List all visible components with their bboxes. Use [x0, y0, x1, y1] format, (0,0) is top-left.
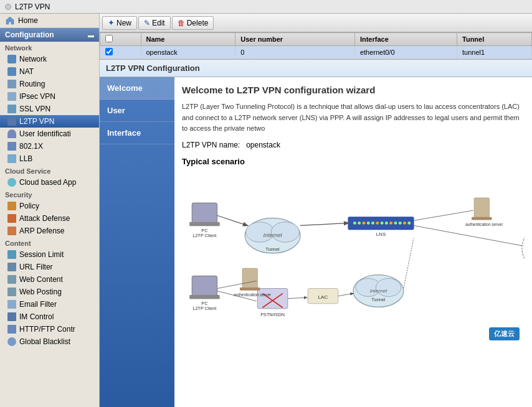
- content-group-label: Content: [0, 237, 99, 248]
- wizard-body: Welcome User Interface Welcome to L2TP V…: [100, 77, 532, 407]
- table-section: Name User number Interface Tunnel openst…: [100, 32, 532, 60]
- collapse-btn[interactable]: ▬: [88, 32, 94, 39]
- url-icon: [7, 263, 16, 271]
- home-icon: [5, 16, 15, 26]
- sidebar-item-ssl[interactable]: SSL VPN: [0, 103, 99, 115]
- llb-icon: [7, 154, 16, 163]
- cloud-group-label: Cloud Service: [0, 165, 99, 176]
- configuration-header: Configuration ▬: [0, 28, 99, 42]
- svg-rect-27: [472, 217, 492, 220]
- sidebar-item-l2tp[interactable]: L2TP VPN: [0, 115, 99, 128]
- svg-text:PSTN/ISDN: PSTN/ISDN: [260, 312, 285, 317]
- svg-text:LNS: LNS: [376, 231, 386, 236]
- sidebar-item-network[interactable]: Network: [0, 53, 99, 65]
- svg-point-14: [367, 222, 370, 225]
- sidebar-item-arp[interactable]: ARP Defense: [0, 225, 99, 237]
- edit-icon: ✎: [144, 19, 150, 27]
- data-table: Name User number Interface Tunnel openst…: [100, 32, 532, 59]
- delete-label: Delete: [187, 19, 209, 27]
- content-area: ✦ New ✎ Edit 🗑 Delete: [100, 14, 532, 407]
- sidebar-item-http[interactable]: HTTP/FTP Contr: [0, 323, 99, 335]
- status-dot: [5, 4, 11, 10]
- svg-line-35: [414, 225, 522, 245]
- svg-point-18: [385, 222, 388, 225]
- email-icon: [7, 300, 16, 309]
- home-label: Home: [18, 16, 38, 25]
- sidebar-item-8021x[interactable]: 802.1X: [0, 140, 99, 152]
- row-checkbox[interactable]: [105, 48, 113, 55]
- svg-text:LAC: LAC: [318, 294, 328, 299]
- sidebar-item-user-id[interactable]: User Identificati: [0, 128, 99, 140]
- global-icon: [7, 337, 16, 346]
- row-tunnel: tunnel1: [457, 46, 532, 59]
- llb-label: LLB: [19, 154, 32, 163]
- scenario-title: Typical scenario: [182, 157, 525, 166]
- sidebar-item-cloud[interactable]: Cloud based App: [0, 176, 99, 189]
- ssl-label: SSL VPN: [19, 105, 50, 113]
- http-icon: [7, 325, 16, 334]
- sidebar-item-ipsec[interactable]: IPsec VPN: [0, 90, 99, 103]
- svg-line-34: [414, 210, 473, 220]
- sidebar-item-llb[interactable]: LLB: [0, 152, 99, 165]
- svg-point-23: [407, 222, 411, 225]
- http-label: HTTP/FTP Contr: [19, 325, 75, 334]
- svg-line-58: [404, 238, 414, 288]
- svg-text:Tunnel: Tunnel: [371, 297, 385, 302]
- sidebar-item-im[interactable]: IM Control: [0, 311, 99, 323]
- sidebar-item-routing[interactable]: Routing: [0, 78, 99, 90]
- delete-button[interactable]: 🗑 Delete: [172, 16, 214, 30]
- diagram-svg: PC L2TP Client Internet Tunnel: [182, 171, 525, 345]
- toolbar: ✦ New ✎ Edit 🗑 Delete: [100, 14, 532, 32]
- col-header-name: Name: [141, 33, 235, 46]
- 8021x-label: 802.1X: [19, 142, 43, 151]
- svg-point-13: [363, 222, 366, 225]
- new-button[interactable]: ✦ New: [102, 16, 137, 30]
- edit-button[interactable]: ✎ Edit: [138, 16, 171, 30]
- select-all-checkbox[interactable]: [105, 35, 113, 42]
- vpn-name-value: openstack: [246, 141, 280, 149]
- sidebar-item-attack[interactable]: Attack Defense: [0, 212, 99, 225]
- sidebar-item-policy[interactable]: Policy: [0, 200, 99, 212]
- col-header-interface: Interface: [354, 33, 457, 46]
- l2tp-label: L2TP VPN: [19, 117, 54, 126]
- svg-line-56: [288, 297, 307, 299]
- sidebar-item-web-posting[interactable]: Web Posting: [0, 286, 99, 298]
- url-label: URL Filter: [19, 263, 53, 271]
- table-row[interactable]: openstack 0 ethernet0/0 tunnel1: [100, 46, 532, 59]
- wizard-nav-interface[interactable]: Interface: [100, 122, 174, 144]
- wizard-nav-user[interactable]: User: [100, 100, 174, 122]
- nat-icon: [7, 67, 16, 76]
- wizard-description: L2TP (Layer Two Tunneling Protocol) is a…: [182, 101, 525, 134]
- new-label: New: [116, 19, 131, 27]
- svg-rect-45: [240, 288, 260, 291]
- 8021x-icon: [7, 142, 16, 151]
- policy-icon: [7, 202, 16, 210]
- im-icon: [7, 312, 16, 321]
- body-layout: Home Configuration ▬ Network Network NAT…: [0, 14, 532, 407]
- security-group-label: Security: [0, 189, 99, 200]
- svg-point-22: [403, 222, 406, 225]
- svg-point-17: [381, 222, 384, 225]
- wizard-nav-welcome[interactable]: Welcome: [100, 77, 174, 100]
- sidebar-item-web-content[interactable]: Web Content: [0, 273, 99, 286]
- row-user-number: 0: [235, 46, 355, 59]
- watermark: 亿速云: [489, 327, 520, 340]
- user-id-icon: [7, 129, 16, 138]
- sidebar-item-nat[interactable]: NAT: [0, 65, 99, 78]
- l2tp-icon: [7, 117, 16, 126]
- sidebar-item-home[interactable]: Home: [0, 14, 99, 28]
- sidebar-item-email[interactable]: Email Filter: [0, 298, 99, 311]
- new-icon: ✦: [108, 18, 115, 27]
- svg-line-25: [300, 223, 348, 225]
- svg-point-20: [394, 222, 397, 225]
- sidebar-item-url[interactable]: URL Filter: [0, 261, 99, 273]
- svg-point-15: [371, 222, 374, 225]
- sidebar-item-global[interactable]: Global Blacklist: [0, 335, 99, 348]
- sidebar-item-session[interactable]: Session Limit: [0, 248, 99, 261]
- col-header-user-number: User number: [235, 33, 355, 46]
- delete-icon: 🗑: [178, 19, 185, 27]
- wizard-section: L2TP VPN Configuration Welcome User Inte…: [100, 60, 532, 407]
- svg-point-51: [376, 278, 401, 296]
- svg-rect-1: [189, 222, 220, 226]
- ipsec-icon: [7, 92, 16, 101]
